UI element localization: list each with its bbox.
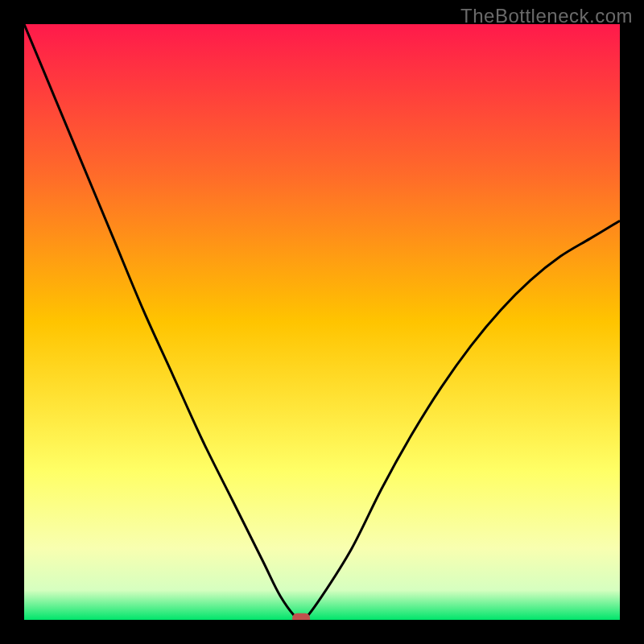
marker-icon — [292, 613, 310, 620]
bottleneck-chart — [24, 24, 620, 620]
chart-frame — [24, 24, 620, 620]
plot-background — [24, 24, 620, 620]
watermark-label: TheBottleneck.com — [460, 5, 633, 27]
